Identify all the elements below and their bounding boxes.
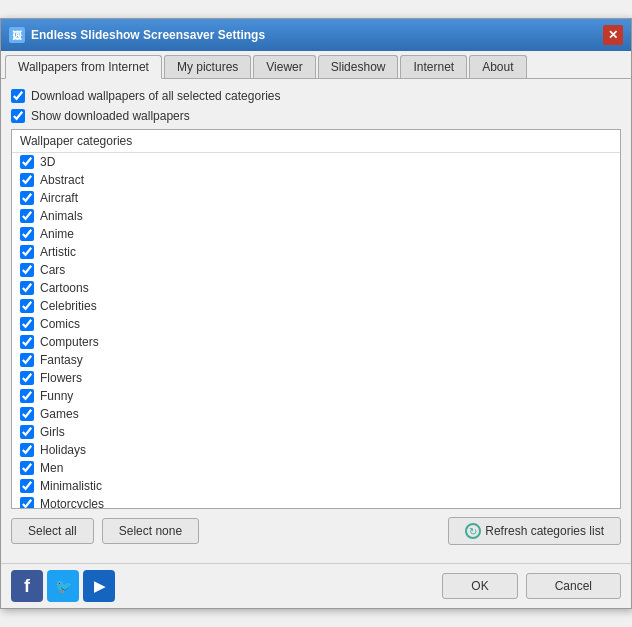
- list-item[interactable]: Fantasy: [12, 351, 620, 369]
- list-item-checkbox[interactable]: [20, 191, 34, 205]
- title-bar: 🖼 Endless Slideshow Screensaver Settings…: [1, 19, 631, 51]
- window-title: Endless Slideshow Screensaver Settings: [31, 28, 265, 42]
- tab-wallpapers[interactable]: Wallpapers from Internet: [5, 55, 162, 79]
- list-item-checkbox[interactable]: [20, 371, 34, 385]
- list-item[interactable]: Anime: [12, 225, 620, 243]
- list-item-label: Aircraft: [40, 191, 78, 205]
- facebook-button[interactable]: f: [11, 570, 43, 602]
- list-item-checkbox[interactable]: [20, 263, 34, 277]
- list-item[interactable]: Games: [12, 405, 620, 423]
- tab-bar: Wallpapers from Internet My pictures Vie…: [1, 51, 631, 79]
- list-item[interactable]: Cars: [12, 261, 620, 279]
- window-icon: 🖼: [9, 27, 25, 43]
- list-item-label: Flowers: [40, 371, 82, 385]
- select-none-button[interactable]: Select none: [102, 518, 199, 544]
- list-item-checkbox[interactable]: [20, 407, 34, 421]
- download-checkbox[interactable]: [11, 89, 25, 103]
- list-item-checkbox[interactable]: [20, 227, 34, 241]
- list-item-label: Fantasy: [40, 353, 83, 367]
- list-item-checkbox[interactable]: [20, 209, 34, 223]
- list-item-checkbox[interactable]: [20, 173, 34, 187]
- list-item-label: Cartoons: [40, 281, 89, 295]
- list-item[interactable]: Abstract: [12, 171, 620, 189]
- title-bar-left: 🖼 Endless Slideshow Screensaver Settings: [9, 27, 265, 43]
- list-item-checkbox[interactable]: [20, 299, 34, 313]
- download-checkbox-row: Download wallpapers of all selected cate…: [11, 89, 621, 103]
- list-item-checkbox[interactable]: [20, 389, 34, 403]
- list-item[interactable]: Artistic: [12, 243, 620, 261]
- refresh-button[interactable]: ↻ Refresh categories list: [448, 517, 621, 545]
- list-item-label: Funny: [40, 389, 73, 403]
- list-item-label: Anime: [40, 227, 74, 241]
- list-item[interactable]: Computers: [12, 333, 620, 351]
- show-label: Show downloaded wallpapers: [31, 109, 190, 123]
- tab-slideshow[interactable]: Slideshow: [318, 55, 399, 78]
- list-item-label: Animals: [40, 209, 83, 223]
- cancel-button[interactable]: Cancel: [526, 573, 621, 599]
- footer: f 🐦 ▶ OK Cancel: [1, 563, 631, 608]
- list-item-checkbox[interactable]: [20, 353, 34, 367]
- list-item-label: Games: [40, 407, 79, 421]
- list-item-label: Minimalistic: [40, 479, 102, 493]
- list-item-checkbox[interactable]: [20, 443, 34, 457]
- select-all-button[interactable]: Select all: [11, 518, 94, 544]
- close-button[interactable]: ✕: [603, 25, 623, 45]
- list-item[interactable]: Cartoons: [12, 279, 620, 297]
- list-item[interactable]: Minimalistic: [12, 477, 620, 495]
- main-window: 🖼 Endless Slideshow Screensaver Settings…: [0, 18, 632, 609]
- categories-list[interactable]: Wallpaper categories 3DAbstractAircraftA…: [11, 129, 621, 509]
- tab-viewer[interactable]: Viewer: [253, 55, 315, 78]
- tab-about[interactable]: About: [469, 55, 526, 78]
- list-item-checkbox[interactable]: [20, 281, 34, 295]
- list-item-label: Holidays: [40, 443, 86, 457]
- download-label: Download wallpapers of all selected cate…: [31, 89, 280, 103]
- list-item-label: Celebrities: [40, 299, 97, 313]
- show-checkbox-row: Show downloaded wallpapers: [11, 109, 621, 123]
- list-item[interactable]: Holidays: [12, 441, 620, 459]
- social-icons: f 🐦 ▶: [11, 570, 115, 602]
- vimeo-button[interactable]: ▶: [83, 570, 115, 602]
- list-item-label: 3D: [40, 155, 55, 169]
- list-item-label: Comics: [40, 317, 80, 331]
- show-checkbox[interactable]: [11, 109, 25, 123]
- list-item[interactable]: Motorcycles: [12, 495, 620, 509]
- list-item-label: Motorcycles: [40, 497, 104, 509]
- list-item[interactable]: Men: [12, 459, 620, 477]
- footer-right: OK Cancel: [442, 573, 621, 599]
- tab-mypictures[interactable]: My pictures: [164, 55, 251, 78]
- list-item-checkbox[interactable]: [20, 461, 34, 475]
- content-area: Download wallpapers of all selected cate…: [1, 79, 631, 563]
- list-item-checkbox[interactable]: [20, 335, 34, 349]
- bottom-buttons: Select all Select none ↻ Refresh categor…: [11, 517, 621, 545]
- list-item[interactable]: Girls: [12, 423, 620, 441]
- list-item-checkbox[interactable]: [20, 425, 34, 439]
- list-header: Wallpaper categories: [12, 130, 620, 153]
- refresh-icon: ↻: [465, 523, 481, 539]
- list-item-checkbox[interactable]: [20, 155, 34, 169]
- list-item[interactable]: Flowers: [12, 369, 620, 387]
- list-item-checkbox[interactable]: [20, 245, 34, 259]
- list-item[interactable]: Animals: [12, 207, 620, 225]
- list-item-checkbox[interactable]: [20, 317, 34, 331]
- list-item-label: Men: [40, 461, 63, 475]
- list-item[interactable]: Aircraft: [12, 189, 620, 207]
- twitter-button[interactable]: 🐦: [47, 570, 79, 602]
- list-item[interactable]: 3D: [12, 153, 620, 171]
- list-item-label: Girls: [40, 425, 65, 439]
- tab-internet[interactable]: Internet: [400, 55, 467, 78]
- list-item-label: Abstract: [40, 173, 84, 187]
- list-item-label: Artistic: [40, 245, 76, 259]
- list-item-label: Computers: [40, 335, 99, 349]
- list-item-checkbox[interactable]: [20, 479, 34, 493]
- ok-button[interactable]: OK: [442, 573, 517, 599]
- list-item[interactable]: Comics: [12, 315, 620, 333]
- list-item-label: Cars: [40, 263, 65, 277]
- list-item[interactable]: Celebrities: [12, 297, 620, 315]
- list-item-checkbox[interactable]: [20, 497, 34, 509]
- list-item[interactable]: Funny: [12, 387, 620, 405]
